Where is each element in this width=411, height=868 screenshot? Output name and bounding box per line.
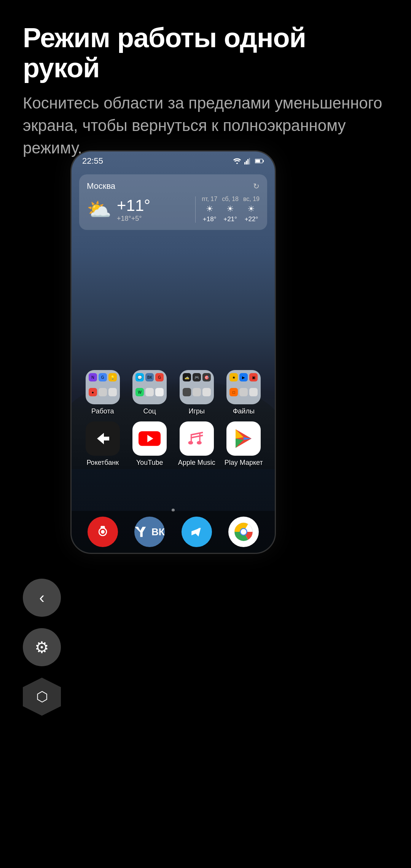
weather-city: Москва <box>87 181 115 191</box>
app-label-rabota: Работа <box>91 407 114 415</box>
dock-telegram[interactable] <box>182 517 212 547</box>
weather-body: ⛅ +11° +18°+5° пт, 17 ☀ +18° сб, 18 ☀ +2… <box>87 196 260 223</box>
youtube-logo-icon <box>139 431 161 446</box>
svg-point-28 <box>241 529 247 535</box>
app-label-youtube: YouTube <box>136 459 163 467</box>
battery-icon <box>255 158 264 164</box>
app-apple-music[interactable]: Apple Music <box>176 421 218 467</box>
dock-vk[interactable]: ВК <box>134 517 165 547</box>
weather-main-temp: +11° <box>117 196 150 215</box>
svg-rect-14 <box>199 432 200 442</box>
app-rabota[interactable]: N G 💡 ● Работа <box>82 370 124 415</box>
app-faily[interactable]: ★ ▶ ▣ □ Файлы <box>223 370 264 415</box>
dock-screenshot[interactable] <box>88 517 118 547</box>
app-row-1: N G 💡 ● Работа 💬 <box>79 370 267 473</box>
forecast-day-3: вс, 19 ☀ +22° <box>243 196 260 223</box>
weather-widget[interactable]: Москва ↻ ⛅ +11° +18°+5° пт, 17 ☀ +18° сб… <box>79 174 267 230</box>
forecast-icon-2: ☀ <box>226 204 234 214</box>
app-igry[interactable]: 🚕 🎮 🎯 Игры <box>176 370 218 415</box>
status-icons <box>233 158 264 164</box>
instruction-subtitle: Коснитесь области за пределами уменьшенн… <box>23 92 388 159</box>
forecast-temp-3: +22° <box>245 215 258 223</box>
forecast-temp-1: +18° <box>203 215 217 223</box>
weather-current: ⛅ +11° +18°+5° <box>87 196 196 223</box>
svg-rect-3 <box>249 158 250 164</box>
apple-music-logo-icon <box>186 428 208 450</box>
app-play-market[interactable]: Play Маркет <box>223 421 264 467</box>
svg-rect-2 <box>247 159 249 164</box>
weather-forecast: пт, 17 ☀ +18° сб, 18 ☀ +21° вс, 19 ☀ +22… <box>202 196 260 223</box>
svg-rect-6 <box>263 160 264 162</box>
screenshot-icon <box>95 524 111 540</box>
play-market-logo-icon <box>233 428 254 449</box>
weather-cloud-icon: ⛅ <box>87 198 112 221</box>
app-label-apple-music: Apple Music <box>178 459 215 467</box>
forecast-day-2: сб, 18 ☀ +21° <box>222 196 239 223</box>
svg-rect-1 <box>246 161 247 164</box>
side-controls: ‹ ⚙ ⬡ <box>23 579 61 716</box>
weather-temp-info: +11° +18°+5° <box>117 196 150 223</box>
phone-frame: 22:55 Москва <box>70 150 276 554</box>
dock-chrome[interactable] <box>228 517 259 547</box>
svg-point-23 <box>101 530 105 534</box>
status-time: 22:55 <box>82 156 103 166</box>
telegram-icon <box>188 523 206 541</box>
back-button[interactable]: ‹ <box>23 579 61 617</box>
back-icon: ‹ <box>39 589 45 607</box>
status-bar: 22:55 <box>72 152 275 171</box>
weather-range: +18°+5° <box>117 215 150 223</box>
svg-rect-0 <box>244 162 245 164</box>
app-label-faily: Файлы <box>233 407 255 415</box>
chrome-icon <box>234 522 253 541</box>
hexagon-icon: ⬡ <box>36 689 48 705</box>
forecast-day-1: пт, 17 ☀ +18° <box>202 196 217 223</box>
instruction-area: Режим работы одной рукой Коснитесь облас… <box>23 23 388 160</box>
svg-rect-11 <box>186 428 208 450</box>
forecast-label-1: пт, 17 <box>202 196 217 203</box>
settings-icon: ⚙ <box>35 638 49 657</box>
instruction-title: Режим работы одной рукой <box>23 23 388 83</box>
hexagon-button[interactable]: ⬡ <box>23 678 61 716</box>
app-youtube[interactable]: YouTube <box>129 421 170 467</box>
forecast-label-2: сб, 18 <box>222 196 239 203</box>
vk-icon <box>135 526 151 538</box>
forecast-temp-2: +21° <box>223 215 237 223</box>
app-label-rocketbank: Рокетбанк <box>86 459 119 467</box>
app-label-play-market: Play Маркет <box>225 459 263 467</box>
app-soc[interactable]: 💬 ВК G W Соц <box>129 370 170 415</box>
weather-refresh-icon[interactable]: ↻ <box>253 182 260 191</box>
wifi-icon <box>233 158 241 164</box>
svg-point-16 <box>188 441 193 444</box>
app-label-igry: Игры <box>189 407 205 415</box>
svg-rect-5 <box>255 160 260 163</box>
forecast-icon-1: ☀ <box>206 204 213 214</box>
settings-button[interactable]: ⚙ <box>23 628 61 666</box>
weather-header: Москва ↻ <box>87 181 260 191</box>
phone-dock: ВК <box>72 511 275 553</box>
app-label-soc: Соц <box>143 407 156 415</box>
signal-icon <box>244 158 252 164</box>
forecast-icon-3: ☀ <box>247 204 255 214</box>
svg-rect-24 <box>100 526 105 529</box>
app-rocketbank[interactable]: Рокетбанк <box>82 421 124 467</box>
forecast-label-3: вс, 19 <box>243 196 260 203</box>
svg-point-17 <box>197 441 202 444</box>
